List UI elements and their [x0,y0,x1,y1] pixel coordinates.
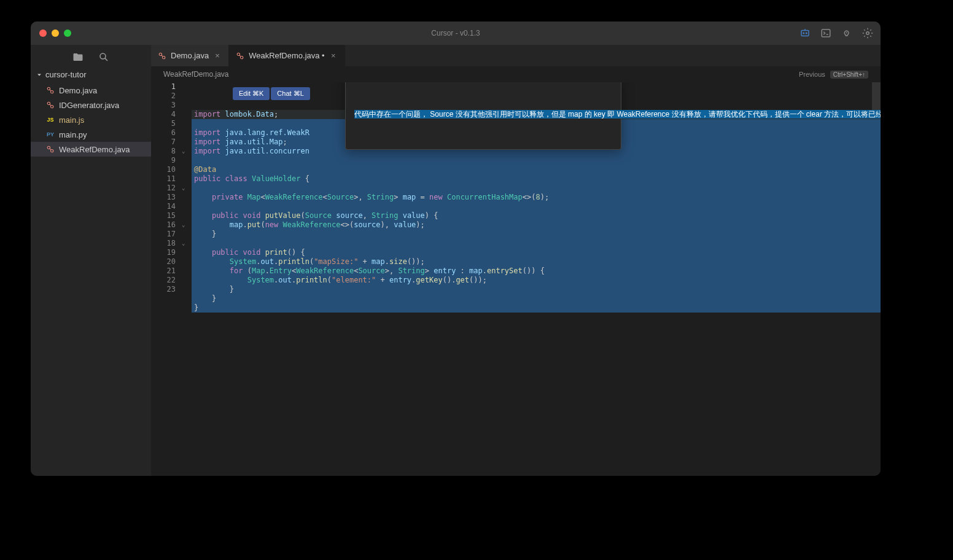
svg-point-9 [47,87,50,90]
tab-bar: Demo.java×WeakRefDemo.java •× [151,45,881,66]
close-window-button[interactable] [39,29,47,37]
minimap[interactable] [872,82,881,476]
svg-point-1 [803,33,804,34]
svg-point-16 [50,149,53,152]
svg-point-15 [47,146,50,149]
java-file-icon [45,100,55,110]
tab-label: Demo.java [171,51,209,60]
folder-icon[interactable] [72,52,84,63]
py-file-icon: PY [45,130,55,139]
file-item[interactable]: Demo.java [31,83,151,98]
titlebar: Cursor - v0.1.3 [31,21,881,45]
folder-header[interactable]: cursor-tutor [31,66,151,83]
chat-popup[interactable]: 代码中存在一个问题， Source 没有其他强引用时可以释放，但是 map 的 … [345,82,621,150]
file-item[interactable]: JSmain.js [31,112,151,127]
code-area[interactable]: import lombok.Data; import java.lang.ref… [192,82,881,476]
file-item[interactable]: WeakRefDemo.java [31,142,151,157]
titlebar-actions [799,28,873,39]
feedback-icon[interactable] [841,28,852,39]
file-item[interactable]: IDGenerator.java [31,98,151,112]
file-name: Demo.java [59,86,97,95]
svg-point-18 [159,53,161,55]
svg-rect-0 [801,31,809,36]
floating-actions: Edit ⌘K Chat ⌘L [233,87,310,100]
java-file-icon [45,85,55,95]
file-name: main.py [59,130,87,139]
tab[interactable]: Demo.java× [151,45,229,66]
svg-point-12 [47,102,50,104]
java-file-icon [45,144,55,154]
line-gutter: 1234567891011121314151617181920212223 [151,82,182,476]
tab[interactable]: WeakRefDemo.java •× [229,45,345,66]
minimize-window-button[interactable] [52,29,59,37]
breadcrumb: WeakRefDemo.java Previous Ctrl+Shift+↑ [151,66,881,82]
svg-line-17 [50,149,51,150]
svg-rect-4 [822,29,830,37]
svg-point-19 [162,56,165,58]
svg-point-6 [866,32,869,35]
svg-point-5 [846,33,847,33]
js-file-icon: JS [45,115,55,125]
svg-point-13 [50,105,53,107]
search-icon[interactable] [98,52,109,63]
file-item[interactable]: PYmain.py [31,127,151,142]
close-icon[interactable]: × [212,51,222,61]
prev-shortcut: Ctrl+Shift+↑ [830,71,868,79]
app-window: Cursor - v0.1.3 [31,21,881,476]
svg-point-2 [806,33,807,34]
sidebar-header [31,45,151,66]
maximize-window-button[interactable] [64,29,71,37]
file-name: WeakRefDemo.java [59,145,130,154]
ai-chat-icon[interactable] [799,28,811,39]
chevron-down-icon [36,71,43,79]
traffic-lights [31,29,71,37]
app-body: cursor-tutor Demo.javaIDGenerator.javaJS… [31,45,881,476]
chat-input-text[interactable]: 代码中存在一个问题， Source 没有其他强引用时可以释放，但是 map 的 … [354,109,612,120]
prev-label[interactable]: Previous [799,71,825,78]
svg-line-8 [105,58,107,60]
svg-line-23 [239,55,241,56]
svg-line-14 [50,104,51,106]
file-name: main.js [59,115,84,125]
breadcrumb-path[interactable]: WeakRefDemo.java [163,70,229,79]
chat-button[interactable]: Chat ⌘L [271,87,309,100]
editor[interactable]: 1234567891011121314151617181920212223 ⌄⌄… [151,82,881,476]
folder-name: cursor-tutor [45,70,86,79]
file-list: Demo.javaIDGenerator.javaJSmain.jsPYmain… [31,83,151,157]
terminal-icon[interactable] [820,28,831,39]
close-icon[interactable]: × [329,51,338,61]
file-name: IDGenerator.java [59,101,119,110]
edit-button[interactable]: Edit ⌘K [233,87,270,100]
svg-point-21 [237,53,239,55]
scrollbar-thumb[interactable] [872,82,881,113]
tab-label: WeakRefDemo.java • [249,51,325,60]
fold-gutter: ⌄⌄⌄⌄ [182,82,192,476]
java-file-icon [157,51,167,61]
sidebar: cursor-tutor Demo.javaIDGenerator.javaJS… [31,45,151,476]
svg-point-22 [241,56,243,58]
window-title: Cursor - v0.1.3 [431,29,480,37]
svg-point-10 [50,90,53,93]
svg-point-7 [100,53,106,59]
svg-line-20 [161,55,163,56]
svg-line-11 [50,90,51,91]
main-pane: Demo.java×WeakRefDemo.java •× WeakRefDem… [151,45,881,476]
java-file-icon [235,51,245,61]
settings-icon[interactable] [862,28,873,39]
